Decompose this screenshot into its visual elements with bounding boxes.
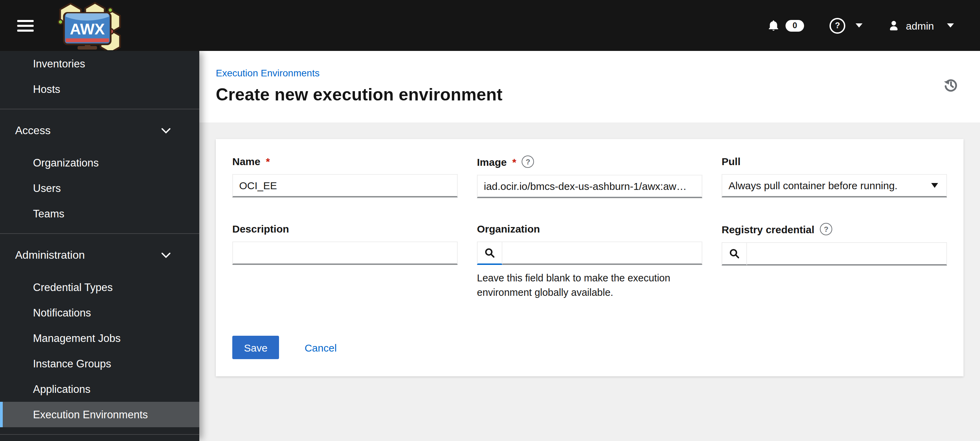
sidebar-item-management-jobs[interactable]: Management Jobs	[0, 325, 199, 351]
organization-search-button[interactable]	[477, 241, 503, 265]
sidebar-item-applications[interactable]: Applications	[0, 376, 199, 402]
history-icon	[943, 77, 958, 92]
description-input[interactable]	[232, 241, 458, 265]
page-body: Name * Image * ?	[199, 123, 980, 441]
required-marker: *	[512, 156, 517, 168]
field-pull: Pull Always pull container before runnin…	[722, 155, 947, 198]
sidebar-item-teams[interactable]: Teams	[0, 201, 199, 226]
awx-logo-text: AWX	[70, 21, 105, 37]
sidebar-section-access: Access Organizations Users Tea	[0, 109, 199, 233]
awx-logo-icon: AWX	[51, 1, 123, 50]
pull-selected-option: Always pull container before running.	[729, 180, 897, 191]
field-organization: Organization	[477, 223, 702, 300]
page-title: Create new execution environment	[216, 85, 948, 105]
awx-app: AWX 0 ? admin	[0, 0, 980, 441]
organization-label: Organization	[477, 223, 540, 235]
sidebar-section-resources: Inventories Hosts	[0, 51, 199, 109]
image-help-icon[interactable]: ?	[522, 155, 534, 168]
pull-label: Pull	[722, 155, 740, 167]
sidebar-item-organizations[interactable]: Organizations	[0, 150, 199, 176]
chevron-down-icon	[856, 23, 862, 27]
sidebar-item-notifications[interactable]: Notifications	[0, 300, 199, 325]
masthead: AWX 0 ? admin	[0, 0, 980, 51]
chevron-down-icon	[162, 128, 170, 133]
notifications-button[interactable]: 0	[768, 19, 804, 32]
required-marker: *	[266, 155, 270, 167]
masthead-actions: 0 ? admin	[768, 18, 954, 34]
sidebar-item-hosts[interactable]: Hosts	[0, 77, 199, 102]
sidebar-group-administration[interactable]: Administration	[0, 242, 199, 268]
field-description: Description	[232, 223, 458, 300]
field-image: Image * ?	[477, 155, 702, 198]
pull-select[interactable]: Always pull container before running.	[722, 174, 947, 197]
sidebar-item-execution-environments[interactable]: Execution Environments	[0, 402, 199, 427]
chevron-down-icon	[162, 252, 170, 258]
breadcrumb[interactable]: Execution Environments	[216, 67, 320, 78]
notifications-count-badge: 0	[786, 19, 804, 31]
sidebar-group-access[interactable]: Access	[0, 118, 199, 143]
field-registry-credential: Registry credential ?	[722, 223, 947, 300]
sidebar-item-users[interactable]: Users	[0, 176, 199, 201]
registry-credential-input[interactable]	[747, 242, 947, 265]
save-button[interactable]: Save	[232, 336, 279, 359]
field-name: Name *	[232, 155, 458, 198]
description-label: Description	[232, 223, 289, 235]
sidebar-item-inventories[interactable]: Inventories	[0, 51, 199, 77]
registry-credential-label: Registry credential	[722, 223, 815, 235]
organization-input[interactable]	[503, 241, 702, 265]
caret-down-icon	[931, 183, 938, 188]
user-menu-button[interactable]: admin	[888, 19, 954, 31]
main-content: Execution Environments Create new execut…	[199, 51, 980, 441]
registry-credential-help-icon[interactable]: ?	[820, 223, 832, 235]
chevron-down-icon	[947, 23, 954, 27]
sidebar-item-credential-types[interactable]: Credential Types	[0, 275, 199, 300]
sidebar-nav: Inventories Hosts Access	[0, 51, 199, 441]
form-card: Name * Image * ?	[216, 139, 964, 376]
name-input[interactable]	[232, 174, 458, 197]
user-name: admin	[906, 19, 934, 31]
history-button[interactable]	[943, 77, 958, 92]
awx-logo[interactable]: AWX	[51, 0, 123, 51]
registry-credential-search-button[interactable]	[722, 242, 747, 265]
image-input[interactable]	[477, 175, 702, 198]
name-label: Name	[232, 155, 261, 167]
page-header: Execution Environments Create new execut…	[199, 51, 980, 123]
question-circle-icon: ?	[829, 18, 845, 34]
sidebar-item-instance-groups[interactable]: Instance Groups	[0, 351, 199, 376]
image-label: Image	[477, 156, 507, 168]
cancel-button[interactable]: Cancel	[304, 342, 336, 353]
bell-icon	[768, 19, 780, 32]
nav-toggle-icon[interactable]	[17, 19, 34, 31]
form-actions: Save Cancel	[232, 336, 947, 359]
organization-helper-text: Leave this field blank to make the execu…	[477, 271, 702, 300]
sidebar-section-next	[0, 434, 199, 441]
sidebar-section-administration: Administration Credential Types Notifica…	[0, 233, 199, 434]
user-icon	[888, 19, 900, 31]
help-menu-button[interactable]: ?	[829, 18, 862, 34]
search-icon	[485, 248, 495, 258]
search-icon	[729, 248, 740, 259]
